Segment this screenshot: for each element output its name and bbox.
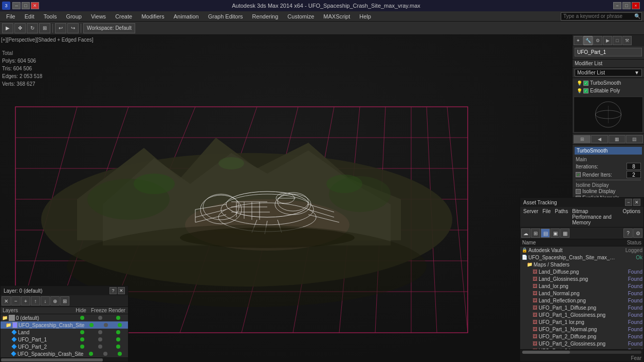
asset-scrollbar-h[interactable]: [522, 351, 641, 354]
menu-customize[interactable]: Customize: [283, 12, 318, 21]
asset-p1-lor-icon: 🖼: [531, 319, 538, 325]
asset-vault-name: Autodesk Vault: [528, 247, 617, 253]
menu-edit[interactable]: Edit: [21, 12, 39, 21]
layer-ufo-part1[interactable]: 🔷 UFO_Part_1: [1, 336, 128, 343]
layers-scrollbar-thumb[interactable]: [1, 358, 103, 361]
tb-minimize[interactable]: ─: [12, 2, 21, 9]
asset-tb-settings[interactable]: ⚙: [633, 228, 642, 238]
menu-views[interactable]: Views: [87, 12, 110, 21]
ts-renderiters-check[interactable]: [576, 172, 581, 177]
panel-tab-modify[interactable]: 🔧: [583, 36, 593, 45]
asset-panel-close[interactable]: ✕: [633, 199, 640, 206]
panel-btn-1[interactable]: ⊞: [574, 135, 591, 143]
asset-p1-gloss[interactable]: 🖼 UFO_Part_1_Glossiness.png Found: [520, 311, 643, 318]
layers-tb-delete[interactable]: ✕: [2, 296, 11, 306]
asset-panel-minimize[interactable]: −: [625, 199, 632, 206]
asset-p1-norm[interactable]: 🖼 UFO_Part_1_Normal.png Found: [520, 326, 643, 333]
win-maximize[interactable]: □: [622, 2, 631, 9]
modifier-turbosm[interactable]: 💡 ✓ TurboSmooth: [575, 79, 642, 87]
layer-ufo-crash[interactable]: 🔷 UFO_Spaceship_Crash_Site: [1, 350, 128, 357]
asset-tb-help[interactable]: ?: [623, 228, 633, 238]
layers-tb-add[interactable]: +: [21, 296, 30, 306]
menu-modifiers[interactable]: Modifiers: [137, 12, 169, 21]
layer-ufo-part2[interactable]: 🔷 UFO_Part_2: [1, 343, 128, 350]
asset-menu-bitmap[interactable]: Bitmap Performance and Memory: [571, 208, 619, 226]
layer-0-default[interactable]: 📁 0 (default): [1, 314, 128, 321]
search-icon[interactable]: 🔍: [633, 12, 641, 21]
toolbar-redo[interactable]: ↪: [67, 23, 79, 33]
search-input[interactable]: [561, 13, 633, 19]
panel-btn-3[interactable]: ▦: [609, 135, 625, 143]
menu-help[interactable]: Help: [355, 12, 375, 21]
toolbar-scale[interactable]: ⊞: [39, 23, 50, 33]
layers-tb-merge[interactable]: ⊕: [50, 296, 60, 306]
asset-maxfile[interactable]: 📄 UFO_Spaceship_Crash_Site_max_vray.max …: [520, 254, 643, 261]
ts-renderiters-value[interactable]: 2: [627, 171, 641, 178]
menu-animation[interactable]: Animation: [170, 12, 203, 21]
win-close[interactable]: ×: [632, 2, 640, 9]
panel-tab-motion[interactable]: ▶: [603, 36, 612, 45]
asset-p1-diff[interactable]: 🖼 UFO_Part_1_Diffuse.png Found: [520, 304, 643, 311]
toolbar-move[interactable]: ✥: [14, 23, 26, 33]
asset-vault[interactable]: 🔒 Autodesk Vault Logged: [520, 246, 643, 254]
toolbar-rotate[interactable]: ↻: [27, 23, 38, 33]
menu-create[interactable]: Create: [111, 12, 136, 21]
workspace-dropdown[interactable]: Workspace: Default: [83, 23, 135, 33]
toolbar-select[interactable]: ▶: [2, 23, 13, 33]
panel-tab-hierarchy[interactable]: ⚙: [593, 36, 602, 45]
asset-maps-folder[interactable]: 📁 Maps / Shaders: [520, 261, 643, 268]
asset-menu-paths[interactable]: Paths: [554, 208, 569, 226]
tb-close[interactable]: ✕: [31, 2, 39, 9]
menu-rendering[interactable]: Rendering: [248, 12, 283, 21]
panel-tab-utilities[interactable]: ⚒: [622, 36, 632, 45]
asset-p2-diff[interactable]: 🖼 UFO_Part_2_Diffuse.png Found: [520, 333, 643, 340]
asset-p2-gloss[interactable]: 🖼 UFO_Part_2_Glossiness.png Found: [520, 340, 643, 347]
layers-panel-close[interactable]: ✕: [118, 287, 125, 294]
asset-menu-file[interactable]: File: [541, 208, 551, 226]
asset-menu-options[interactable]: Options: [622, 208, 641, 226]
layer-ufo-site[interactable]: 📁 UFO_Spaceship_Crash_Site: [1, 321, 128, 329]
panel-btn-4[interactable]: ▤: [626, 135, 643, 143]
asset-tb-2[interactable]: ⊞: [531, 228, 540, 238]
layers-tb-expand[interactable]: ⊞: [60, 296, 69, 306]
asset-tb-1[interactable]: ☁: [521, 228, 530, 238]
asset-tb-3[interactable]: ▤: [541, 228, 550, 238]
ts-isoline-check[interactable]: [576, 189, 581, 194]
layers-tb-up[interactable]: ↑: [31, 296, 40, 306]
layers-panel-help[interactable]: ?: [109, 287, 117, 294]
panel-btn-2[interactable]: ◀: [591, 135, 608, 143]
asset-land-norm[interactable]: 🖼 Land_Normal.png Found: [520, 290, 643, 297]
win-minimize[interactable]: −: [613, 2, 621, 9]
asset-p1-lor[interactable]: 🖼 UFO_Part_1 lor.png Found: [520, 318, 643, 326]
asset-land-lor[interactable]: 🖼 Land_lor.png Found: [520, 282, 643, 290]
layers-scrollbar[interactable]: [1, 357, 128, 361]
layer-land[interactable]: 🔷 Land: [1, 329, 128, 336]
layer-p2-name: UFO_Part_2: [18, 344, 73, 350]
menu-graph-editors[interactable]: Graph Editors: [204, 12, 247, 21]
modifier-ep-checkbox[interactable]: ✓: [583, 88, 588, 93]
panel-tab-create[interactable]: ✦: [574, 36, 583, 45]
asset-land-refl[interactable]: 🖼 Land_Reflection.png Found: [520, 297, 643, 304]
toolbar-undo[interactable]: ↩: [55, 23, 66, 33]
panel-tab-display[interactable]: □: [613, 36, 622, 45]
asset-land-diff[interactable]: 🖼 Land_Diffuse.png Found: [520, 268, 643, 275]
app-icon: 3: [2, 2, 10, 10]
asset-tb-5[interactable]: ▦: [560, 228, 569, 238]
menu-group[interactable]: Group: [62, 12, 86, 21]
layers-tb-down[interactable]: ↓: [41, 296, 50, 306]
menu-file[interactable]: File: [2, 12, 20, 21]
tb-restore[interactable]: □: [22, 2, 30, 9]
ts-iter-value[interactable]: 8: [627, 163, 641, 170]
modifier-dropdown[interactable]: Modifier List ▼: [573, 68, 644, 78]
menu-tools[interactable]: Tools: [40, 12, 61, 21]
asset-land-gloss[interactable]: 🖼 Land_Glossiness.png Found: [520, 275, 643, 282]
asset-p2-lor[interactable]: 🖼 UFO_Part_2 lor.png Found: [520, 347, 643, 349]
modifier-edpoly[interactable]: 💡 ✓ Editable Poly: [575, 87, 642, 94]
modifier-checkbox[interactable]: ✓: [583, 81, 588, 86]
asset-scrollbar-thumb[interactable]: [522, 351, 570, 354]
menu-maxscript[interactable]: MAXScript: [319, 12, 354, 21]
asset-menu-server[interactable]: Server: [522, 208, 539, 226]
asset-tb-4[interactable]: ▣: [550, 228, 560, 238]
layers-tb-remove[interactable]: −: [11, 296, 21, 306]
layer-p2-render: [109, 345, 127, 349]
